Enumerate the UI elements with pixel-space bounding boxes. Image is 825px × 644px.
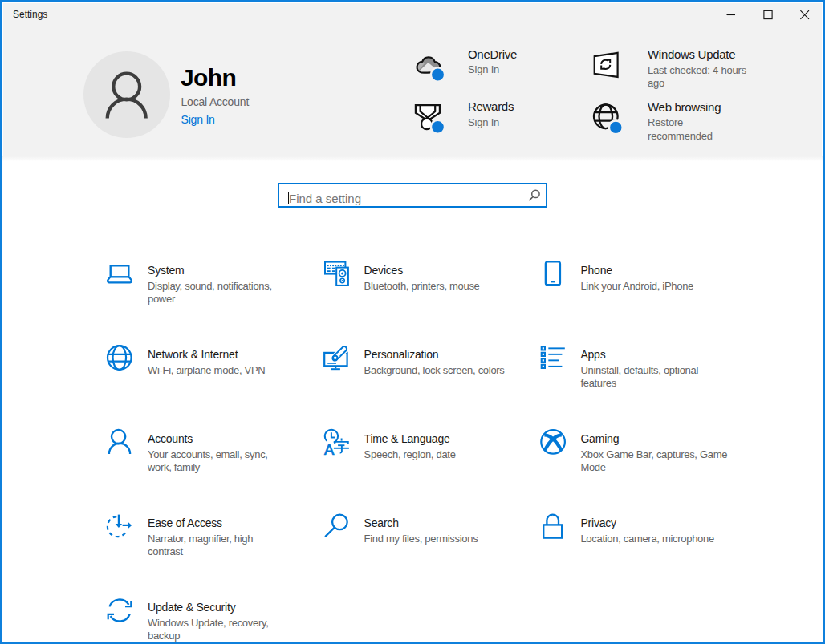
svg-text:A: A — [324, 441, 335, 458]
